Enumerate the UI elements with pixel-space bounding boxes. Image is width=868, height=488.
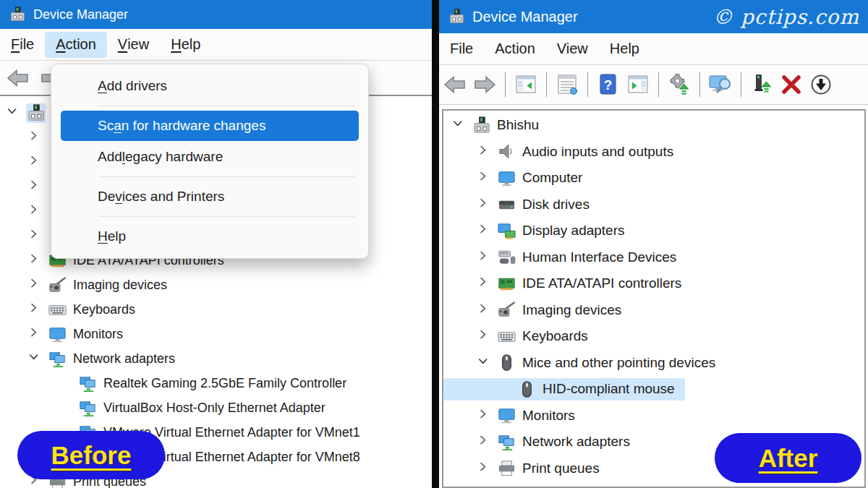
chevron-right-icon[interactable]	[26, 275, 45, 294]
toolbar: ?	[439, 65, 868, 105]
chevron-right-icon[interactable]	[475, 432, 494, 451]
chevron-right-icon[interactable]	[26, 300, 45, 319]
after-badge: After	[715, 433, 861, 483]
menu-file[interactable]: File	[439, 36, 484, 62]
tree-row[interactable]: Computer	[443, 165, 864, 192]
tree-row[interactable]: IDE ATA/ATAPI controllers	[443, 270, 864, 297]
tree-item-label: Keyboards	[73, 302, 135, 317]
tree-row[interactable]: Realtek Gaming 2.5GbE Family Controller	[0, 371, 432, 395]
menu-item-scan-for-hardware-changes[interactable]: Scan for hardware changes	[61, 111, 359, 141]
device-manager-window-before: Device Manager FileActionViewHelp IDE AT…	[0, 0, 432, 488]
help-icon[interactable]: ?	[596, 72, 621, 97]
keyboard-icon	[48, 300, 67, 320]
tree-item-label: Realtek Gaming 2.5GbE Family Controller	[103, 376, 346, 391]
chevron-down-icon[interactable]	[450, 116, 469, 134]
chevron-right-icon[interactable]	[475, 195, 494, 214]
tree-row[interactable]: Mice and other pointing devices	[443, 350, 864, 377]
device-tree-panel: BhishuAudio inputs and outputsComputerDi…	[442, 109, 866, 488]
chevron-down-icon[interactable]	[475, 354, 494, 372]
tree-item-label: Imaging devices	[522, 302, 621, 318]
chevron-right-icon[interactable]	[475, 221, 494, 240]
chevron-right-icon[interactable]	[26, 325, 45, 343]
chevron-right-icon[interactable]	[475, 248, 494, 267]
tree-item-label: Audio inputs and outputs	[522, 144, 673, 160]
imaging-device-icon	[497, 300, 516, 320]
menu-bar: FileActionViewHelp	[0, 29, 432, 61]
tree-row[interactable]: Monitors	[443, 403, 864, 429]
monitor-icon	[497, 168, 516, 188]
menu-action[interactable]: Action	[45, 32, 107, 58]
scan-hardware-changes-icon[interactable]	[708, 72, 733, 97]
chevron-right-icon[interactable]	[475, 274, 494, 293]
disk-drive-icon	[497, 194, 516, 214]
mouse-icon	[497, 353, 516, 372]
forward-arrow-icon[interactable]	[472, 72, 497, 97]
menu-separator	[98, 216, 355, 217]
menu-action[interactable]: Action	[484, 36, 546, 62]
tree-row[interactable]: Network adapters	[0, 346, 432, 371]
tree-row[interactable]: Imaging devices	[0, 273, 432, 297]
chevron-right-icon[interactable]	[26, 128, 45, 147]
action-dropdown-menu: Add driversScan for hardware changesAdd …	[51, 64, 369, 259]
tree-item-label: Computer	[522, 170, 582, 186]
tree-row[interactable]: VirtualBox Host-Only Ethernet Adapter	[0, 395, 432, 420]
chevron-down-icon[interactable]	[4, 103, 23, 122]
tree-row[interactable]: Monitors	[0, 322, 432, 346]
network-adapter-icon	[497, 432, 516, 452]
menu-view[interactable]: View	[107, 32, 160, 58]
device-manager-app-icon	[448, 8, 465, 25]
chevron-right-icon[interactable]	[26, 177, 45, 196]
tree-row[interactable]: Audio inputs and outputs	[443, 139, 864, 166]
menu-item-add-drivers[interactable]: Add drivers	[61, 71, 359, 101]
chevron-right-icon[interactable]	[26, 153, 45, 171]
uninstall-device-icon[interactable]	[779, 72, 804, 97]
menu-item-help[interactable]: Help	[61, 221, 359, 252]
selected-tree-item[interactable]: HID-compliant mouse	[443, 378, 685, 401]
menu-view[interactable]: View	[546, 36, 599, 62]
toolbar-separator	[587, 72, 588, 97]
before-after-comparison: Device Manager FileActionViewHelp IDE AT…	[0, 0, 868, 488]
update-driver-icon[interactable]	[667, 72, 692, 97]
tree-item-label: Network adapters	[522, 434, 630, 450]
tree-item-label: Print queues	[522, 461, 600, 476]
tree-row[interactable]: HID-compliant mouse	[443, 376, 864, 403]
menu-separator	[98, 106, 355, 106]
toolbar-separator	[546, 72, 547, 97]
tree-item-label: Disk drives	[522, 197, 590, 213]
tree-row[interactable]: Human Interface Devices	[443, 244, 864, 271]
tree-row[interactable]: Keyboards	[0, 297, 432, 322]
menu-item-devices-and-printers[interactable]: Devices and Printers	[61, 181, 359, 212]
action-pane-icon[interactable]	[626, 72, 650, 97]
chevron-right-icon[interactable]	[475, 168, 494, 187]
tree-item-label: HID-compliant mouse	[542, 381, 675, 397]
chevron-right-icon[interactable]	[26, 226, 45, 245]
disable-device-icon[interactable]	[809, 72, 833, 97]
tree-item-label: Display adapters	[522, 223, 625, 239]
chevron-right-icon[interactable]	[26, 202, 45, 221]
menu-file[interactable]: File	[0, 32, 45, 58]
back-arrow-icon[interactable]	[443, 72, 467, 97]
menu-help[interactable]: Help	[160, 32, 211, 58]
chevron-right-icon[interactable]	[475, 327, 494, 346]
tree-row[interactable]: Bhishu	[443, 112, 864, 139]
chevron-down-icon[interactable]	[26, 349, 45, 368]
tree-item-label: Imaging devices	[73, 278, 167, 293]
chevron-right-icon[interactable]	[26, 251, 45, 270]
properties-icon[interactable]	[555, 72, 579, 97]
tree-row[interactable]: Keyboards	[443, 323, 864, 350]
menu-help[interactable]: Help	[599, 36, 650, 62]
network-adapter-icon	[78, 398, 98, 418]
back-arrow-icon[interactable]	[6, 66, 30, 90]
menu-item-add-legacy-hardware[interactable]: Add legacy hardware	[61, 142, 359, 172]
chevron-right-icon[interactable]	[475, 406, 494, 425]
tree-row[interactable]: Disk drives	[443, 192, 864, 218]
before-badge: Before	[17, 431, 165, 479]
chevron-right-icon[interactable]	[475, 459, 494, 478]
tree-row[interactable]: Imaging devices	[443, 297, 864, 324]
tree-row[interactable]: Display adapters	[443, 218, 864, 244]
show-console-tree-icon[interactable]	[514, 72, 538, 97]
chevron-right-icon[interactable]	[475, 142, 494, 161]
device-manager-icon	[26, 103, 46, 123]
chevron-right-icon[interactable]	[475, 301, 494, 320]
device-software-update-icon[interactable]	[749, 72, 774, 97]
